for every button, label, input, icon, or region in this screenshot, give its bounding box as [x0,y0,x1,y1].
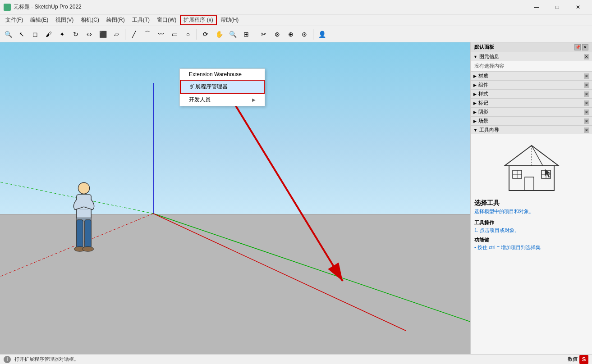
human-figure [66,179,102,260]
shadow-arrow-icon: ▶ [473,110,477,114]
components-close[interactable]: ✕ [584,82,589,88]
scenes-label: 场景 [478,118,488,124]
panel-close-button[interactable]: ✕ [582,44,588,50]
menu-extensions[interactable]: 扩展程序 (x) [180,15,216,25]
extensions-dropdown: Extension Warehouse 扩展程序管理器 开发人员 ▶ [179,68,265,106]
toolguide-arrow-icon: ▼ [473,128,477,132]
extension-manager-label: 扩展程序管理器 [190,83,228,91]
window-title: 无标题 - SketchUp Pro 2022 [14,3,82,11]
viewport[interactable]: Extension Warehouse 扩展程序管理器 开发人员 ▶ [0,42,470,354]
tool-eraser[interactable]: ◻ [29,28,41,41]
tool-section4[interactable]: ⊛ [298,28,311,41]
tool-rect[interactable]: ▭ [168,28,181,41]
toolbar: 🔍 ↖ ◻ 🖌 ✦ ↻ ⇔ ⬛ ▱ ╱ ⌒ 〰 ▭ ○ ⟳ ✋ 🔍 ⊞ ✂ ⊗ … [0,26,592,42]
panel-pin-button[interactable]: 📌 [574,44,581,50]
panel-section-shadow: ▶ 阴影 ✕ [471,108,592,117]
toolguide-keys-label: 功能键 [471,235,592,244]
tool-rotate[interactable]: ↻ [69,28,82,41]
maximize-button[interactable]: □ [547,0,568,14]
tool-select[interactable]: ↖ [15,28,28,41]
entity-arrow-icon: ▼ [473,55,477,59]
shadow-header[interactable]: ▶ 阴影 ✕ [471,108,592,116]
menu-developer[interactable]: 开发人员 ▶ [180,94,265,106]
menu-extension-warehouse[interactable]: Extension Warehouse [180,69,265,80]
components-header[interactable]: ▶ 组件 ✕ [471,81,592,89]
material-arrow-icon: ▶ [473,74,477,78]
panel-section-entity: ▼ 图元信息 ✕ 没有选择内容 [471,52,592,72]
tool-account[interactable]: 👤 [316,28,328,41]
tool-pushpull[interactable]: ⬛ [96,28,109,41]
tool-zoom[interactable]: 🔍 [226,28,239,41]
tool-circle[interactable]: ○ [182,28,194,41]
scenes-header[interactable]: ▶ 场景 ✕ [471,117,592,125]
toolguide-subtitle: 选择模型中的项目和对象。 [471,208,592,218]
tool-search[interactable]: 🔍 [2,28,14,41]
menu-edit[interactable]: 编辑(E) [27,15,52,25]
tags-header[interactable]: ▶ 标记 ✕ [471,99,592,107]
svg-rect-9 [85,220,91,248]
styles-label: 样式 [478,91,488,97]
tool-freehand[interactable]: 〰 [155,28,167,41]
toolguide-close[interactable]: ✕ [584,127,589,133]
tool-followme[interactable]: ▱ [110,28,123,41]
no-selection-text: 没有选择内容 [474,63,504,68]
title-bar-controls: — □ ✕ [526,0,588,14]
svg-rect-8 [77,220,83,248]
status-value-label: 数值 [568,356,578,363]
svg-point-11 [82,247,93,252]
toolbar-separator-4 [313,29,313,40]
main-layout: Extension Warehouse 扩展程序管理器 开发人员 ▶ 默认面板 … [0,42,592,354]
tool-scale[interactable]: ⇔ [83,28,96,41]
title-bar-left: 无标题 - SketchUp Pro 2022 [4,3,82,11]
extension-warehouse-label: Extension Warehouse [189,71,242,77]
tool-paint[interactable]: 🖌 [42,28,55,41]
tool-section3[interactable]: ⊕ [285,28,297,41]
panel-section-toolguide: ▼ 工具向导 ✕ [471,126,592,252]
styles-close[interactable]: ✕ [584,91,589,97]
scenes-arrow-icon: ▶ [473,119,477,123]
toolbar-separator-1 [125,29,125,40]
status-right: 数值 S [568,355,588,364]
tool-move[interactable]: ✦ [56,28,69,41]
status-message: 打开扩展程序管理器对话框。 [14,356,79,363]
shadow-close[interactable]: ✕ [584,109,589,115]
menu-tools[interactable]: 工具(T) [128,15,153,25]
title-bar: 无标题 - SketchUp Pro 2022 — □ ✕ [0,0,592,14]
developer-submenu-chevron: ▶ [252,97,256,102]
minimize-button[interactable]: — [526,0,547,14]
toolguide-header[interactable]: ▼ 工具向导 ✕ [471,126,592,134]
toolguide-label: 工具向导 [479,127,499,133]
panel-section-tags: ▶ 标记 ✕ [471,99,592,108]
tags-close[interactable]: ✕ [584,100,589,106]
material-close[interactable]: ✕ [584,73,589,79]
app-icon [4,4,11,11]
tool-orbit[interactable]: ⟳ [199,28,212,41]
svg-line-25 [532,146,543,166]
menu-view[interactable]: 视图(V) [52,15,77,25]
tool-pan[interactable]: ✋ [213,28,225,41]
menu-extension-manager[interactable]: 扩展程序管理器 [180,80,265,94]
tool-zoom-extent[interactable]: ⊞ [240,28,252,41]
styles-header[interactable]: ▶ 样式 ✕ [471,90,592,98]
toolguide-tool-name: 选择工具 [471,197,592,208]
sketchup-logo: S [579,355,588,364]
svg-point-5 [78,183,89,194]
entity-info-header[interactable]: ▼ 图元信息 ✕ [471,52,592,61]
menu-camera[interactable]: 相机(C) [77,15,103,25]
tool-section2[interactable]: ⊗ [271,28,284,41]
panel-section-scenes: ▶ 场景 ✕ [471,117,592,126]
tool-line[interactable]: ╱ [128,28,140,41]
close-button[interactable]: ✕ [568,0,588,14]
panel-section-material: ▶ 材质 ✕ [471,72,592,81]
menu-draw[interactable]: 绘图(R) [103,15,128,25]
entity-info-close[interactable]: ✕ [584,54,589,59]
scenes-close[interactable]: ✕ [584,118,589,124]
components-label: 组件 [478,82,488,88]
tool-arc[interactable]: ⌒ [141,28,154,41]
entity-info-content: 没有选择内容 [471,61,592,71]
menu-help[interactable]: 帮助(H) [217,15,243,25]
menu-window[interactable]: 窗口(W) [153,15,180,25]
tool-section[interactable]: ✂ [257,28,270,41]
menu-file[interactable]: 文件(F) [2,15,27,25]
material-header[interactable]: ▶ 材质 ✕ [471,72,592,80]
